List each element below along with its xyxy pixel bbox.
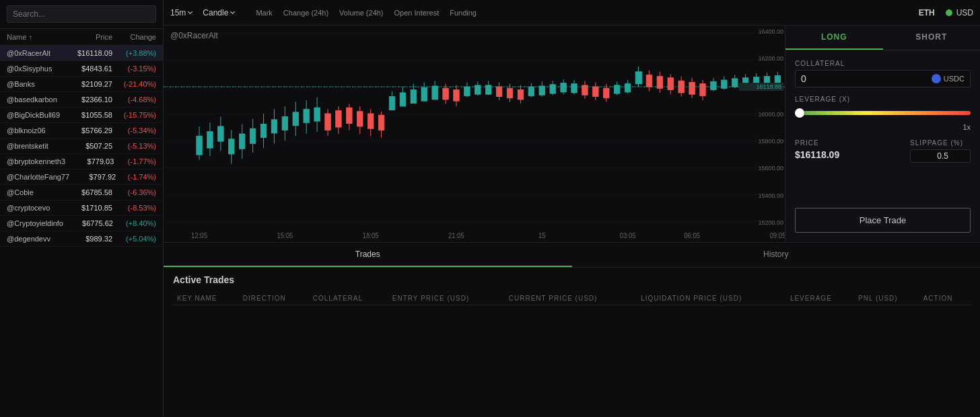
leverage-track (795, 111, 971, 115)
sidebar: Name ↑ Price Change @0xRacerAlt $16118.0… (0, 0, 164, 417)
sidebar-row[interactable]: @0xSisyphus $4843.61 (-3.15%) (0, 61, 163, 77)
svg-rect-41 (368, 114, 373, 128)
topbar-volume24h[interactable]: Volume (24h) (339, 9, 383, 17)
sidebar-row[interactable]: @cryptocevo $1710.85 (-8.53%) (0, 200, 163, 216)
svg-text:15:05: 15:05 (277, 232, 293, 239)
sidebar-row[interactable]: @BigDickBull69 $1055.58 (-15.75%) (0, 108, 163, 123)
currency-toggle[interactable]: USD (946, 8, 973, 17)
slippage-label: SLIPPAGE (%) (910, 139, 971, 147)
svg-rect-71 (528, 87, 534, 96)
sidebar-row[interactable]: @Cryptoyieldinfo $6775.62 (+8.40%) (0, 216, 163, 231)
sidebar-row[interactable]: @CharlotteFang77 $797.92 (-1.74%) (0, 169, 163, 185)
sidebar-item-name: @0xRacerAlt (7, 49, 62, 57)
sidebar-item-price: $1055.58 (62, 111, 112, 119)
sidebar-item-price: $6775.62 (63, 219, 113, 227)
table-header: DIRECTION (239, 292, 309, 305)
chart-symbol: @0xRacerAlt (170, 31, 218, 40)
svg-rect-77 (561, 83, 566, 91)
sidebar-row[interactable]: @brentsketit $507.25 (-5.13%) (0, 139, 163, 154)
sidebar-item-price: $1710.85 (62, 204, 112, 212)
sidebar-row[interactable]: @Banks $2109.27 (-21.40%) (0, 77, 163, 92)
tab-long[interactable]: LONG (785, 26, 883, 50)
sidebar-item-name: @CharlotteFang77 (7, 173, 69, 181)
sidebar-list: @0xRacerAlt $16118.09 (+3.88%) @0xSisyph… (0, 46, 163, 417)
topbar-funding[interactable]: Funding (450, 9, 477, 17)
chart-type-chevron-icon (230, 9, 235, 14)
bottom-tabs: Trades History (164, 243, 980, 268)
sidebar-item-price: $4843.61 (62, 65, 112, 73)
sidebar-item-name: @Cobie (7, 188, 62, 196)
sidebar-item-change: (-4.68%) (112, 96, 156, 104)
chart-panel-row: @0xRacerAlt (164, 26, 980, 242)
slippage-input-wrap[interactable] (910, 149, 971, 163)
search-input[interactable] (7, 5, 156, 23)
table-header: COLLATERAL (309, 292, 388, 305)
table-header: ENTRY PRICE (USD) (388, 292, 505, 305)
table-header: CURRENT PRICE (USD) (505, 292, 637, 305)
svg-rect-15 (229, 139, 234, 154)
leverage-label: LEVERAGE (x) (795, 96, 971, 103)
sidebar-column-headers: Name ↑ Price Change (0, 29, 163, 46)
svg-rect-89 (625, 84, 630, 92)
sidebar-item-change: (-6.36%) (112, 188, 156, 196)
sidebar-item-name: @Cryptoyieldinfo (7, 219, 63, 227)
leverage-slider[interactable] (795, 107, 971, 119)
svg-rect-109 (732, 79, 737, 87)
sidebar-item-name: @blknoiz06 (7, 126, 62, 135)
svg-rect-11 (207, 132, 213, 148)
svg-rect-13 (218, 126, 223, 141)
sidebar-item-name: @Banks (7, 80, 62, 88)
leverage-thumb[interactable] (795, 108, 804, 118)
svg-rect-23 (271, 120, 277, 133)
sidebar-row[interactable]: @Cobie $6785.58 (-6.36%) (0, 185, 163, 200)
topbar: 15m Candle Mark Change (24h) Volume (24h… (164, 0, 980, 26)
sidebar-item-change: (-21.40%) (112, 80, 156, 88)
timeframe-chevron-icon (188, 9, 193, 14)
svg-rect-19 (250, 128, 255, 143)
table-header: LEVERAGE (786, 292, 854, 305)
chart-type-selector[interactable]: Candle (203, 8, 234, 17)
sidebar-row[interactable]: @basedkarbon $2366.10 (-4.68%) (0, 92, 163, 108)
trades-table: KEY NAMEDIRECTIONCOLLATERALENTRY PRICE (… (173, 292, 971, 305)
sidebar-item-change: (-1.74%) (116, 173, 156, 181)
sidebar-item-change: (-5.34%) (112, 126, 156, 135)
slippage-input[interactable] (915, 151, 948, 161)
price-label: PRICE (795, 139, 902, 147)
tab-short[interactable]: SHORT (883, 26, 981, 50)
tab-history[interactable]: History (572, 243, 981, 267)
svg-rect-51 (421, 87, 427, 101)
chart-area[interactable]: @0xRacerAlt (164, 26, 785, 242)
sidebar-item-name: @basedkarbon (7, 96, 62, 104)
topbar-mark[interactable]: Mark (256, 9, 272, 17)
price-col: PRICE $16118.09 (795, 139, 902, 163)
svg-text:03:05: 03:05 (620, 232, 636, 239)
svg-rect-59 (464, 87, 470, 96)
active-trades-title: Active Trades (173, 274, 971, 285)
sidebar-item-name: @bryptokenneth3 (7, 157, 65, 165)
sidebar-row[interactable]: @bryptokenneth3 $779.03 (-1.77%) (0, 154, 163, 169)
topbar-change24h[interactable]: Change (24h) (283, 9, 328, 17)
place-trade-button[interactable]: Place Trade (795, 208, 971, 233)
chart-svg: 12:05 15:05 18:05 21:05 15 03:05 06:05 0… (164, 26, 785, 242)
timeframe-selector[interactable]: 15m (170, 8, 192, 17)
collateral-input[interactable] (801, 73, 932, 84)
svg-rect-21 (260, 124, 266, 138)
sidebar-row[interactable]: @0xRacerAlt $16118.09 (+3.88%) (0, 46, 163, 61)
sidebar-item-price: $16118.09 (62, 49, 112, 57)
topbar-open-interest[interactable]: Open Interest (394, 9, 440, 17)
tab-trades[interactable]: Trades (164, 243, 572, 267)
price-value: $16118.09 (795, 149, 902, 160)
svg-rect-75 (550, 85, 555, 93)
svg-rect-25 (282, 116, 287, 130)
svg-rect-31 (314, 108, 320, 121)
svg-rect-97 (668, 78, 673, 90)
trade-panel: LONG SHORT COLLATERAL USDC (785, 26, 980, 242)
sidebar-row[interactable]: @blknoiz06 $5766.29 (-5.34%) (0, 123, 163, 139)
svg-rect-79 (571, 84, 577, 93)
svg-rect-35 (336, 111, 341, 127)
sidebar-item-change: (-3.15%) (112, 65, 156, 73)
svg-rect-65 (496, 87, 501, 96)
sidebar-row[interactable]: @degendevv $989.32 (+5.04%) (0, 231, 163, 247)
collateral-input-row[interactable]: USDC (795, 70, 971, 87)
currency-label: USD (956, 8, 973, 17)
